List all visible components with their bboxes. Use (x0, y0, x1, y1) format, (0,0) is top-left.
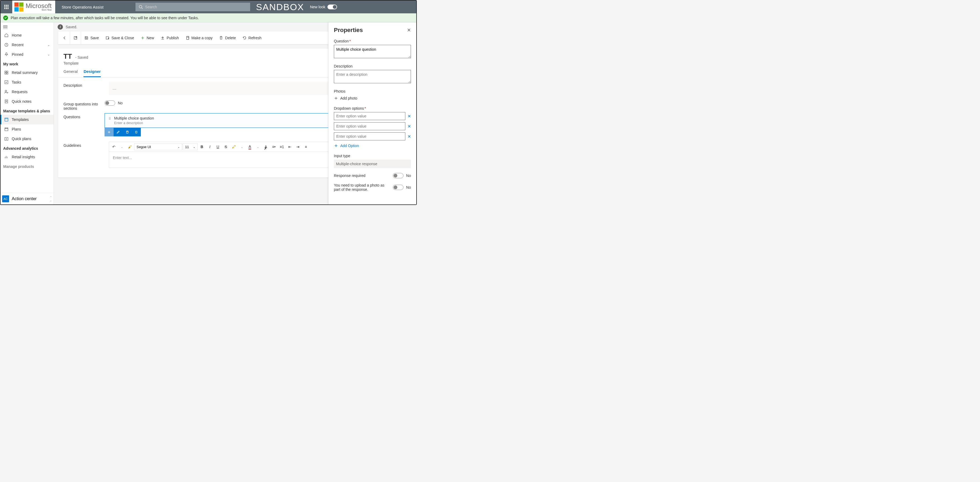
svg-point-0 (139, 5, 142, 8)
sidebar-item-requests[interactable]: Requests (0, 87, 54, 97)
rte-bullets-button[interactable]: ≡• (270, 143, 278, 150)
rte-brush-button[interactable]: 🖌 (126, 143, 134, 150)
drag-handle-icon[interactable]: ⠿ (108, 117, 111, 121)
refresh-button[interactable]: Refresh (239, 32, 265, 44)
sidebar-item-quick-notes[interactable]: Quick notes (0, 97, 54, 106)
toggle-switch-icon (328, 5, 337, 10)
question-add-button[interactable] (105, 128, 114, 136)
save-button[interactable]: Save (81, 32, 102, 44)
rte-strike-button[interactable]: S (222, 143, 230, 150)
option-row: ✕ (334, 112, 411, 120)
copy-icon (125, 130, 129, 134)
sidebar-item-templates[interactable]: Templates (0, 115, 54, 124)
question-input[interactable] (334, 45, 411, 58)
brand-box: Microsoft SOA Test (12, 0, 55, 13)
app-name: Store Operations Assist (62, 5, 103, 10)
sidebar-item-tasks[interactable]: Tasks (0, 77, 54, 87)
rte-outdent-button[interactable]: ⇤ (286, 143, 294, 150)
rte-highlight-button[interactable]: 🖍 (230, 143, 238, 150)
refresh-icon (242, 36, 247, 40)
sidebar-item-plans[interactable]: Plans (0, 124, 54, 134)
option-input[interactable] (334, 132, 405, 140)
guidelines-label: Guidelines (64, 142, 109, 168)
search-input[interactable] (145, 5, 247, 9)
response-required-toggle[interactable]: No (393, 173, 411, 178)
copy-label: Make a copy (191, 36, 213, 40)
option-input[interactable] (334, 112, 405, 120)
sidebar-heading-mywork: My work (0, 59, 54, 68)
notification-text: Plan execution will take a few minutes, … (11, 16, 199, 20)
pin-icon (4, 52, 8, 57)
sidebar-item-home[interactable]: Home (0, 30, 54, 40)
action-center-button[interactable]: AC Action center ⌃⌄ (0, 193, 54, 204)
top-bar: Microsoft SOA Test Store Operations Assi… (0, 0, 416, 13)
sidebar-item-recent[interactable]: Recent ⌄ (0, 40, 54, 49)
option-delete-button[interactable]: ✕ (407, 134, 411, 139)
question-delete-button[interactable] (132, 128, 141, 136)
rte-clear-format-button[interactable]: A✗ (262, 143, 270, 150)
rte-undo-button[interactable]: ↶ (110, 143, 118, 150)
new-look-toggle[interactable]: New look (310, 5, 337, 10)
delete-button[interactable]: Delete (216, 32, 239, 44)
question-title: Multiple choice question (114, 116, 154, 120)
question-copy-button[interactable] (123, 128, 132, 136)
back-button[interactable] (59, 32, 70, 44)
sidebar-collapse-button[interactable] (0, 24, 54, 30)
rte-undo-dropdown[interactable]: ⌄ (118, 143, 126, 150)
plus-icon (140, 36, 145, 40)
description-input[interactable] (334, 70, 411, 83)
properties-close-button[interactable]: ✕ (407, 27, 411, 33)
rte-italic-button[interactable]: I (206, 143, 213, 150)
add-photo-button[interactable]: Add photo (334, 95, 411, 101)
rte-indent-button[interactable]: ⇥ (294, 143, 302, 150)
save-close-icon (105, 36, 110, 40)
search-box[interactable] (135, 3, 250, 11)
new-look-label: New look (310, 5, 325, 9)
questions-label: Questions (64, 113, 109, 136)
sidebar-item-label: Quick plans (12, 137, 31, 141)
photos-label: Photos (334, 89, 411, 93)
rte-align-button[interactable]: ≡ (302, 143, 310, 150)
rte-font-select[interactable]: Segoe UI⌄ (134, 143, 182, 150)
home-icon (4, 33, 8, 37)
toggle-switch-icon (105, 101, 115, 106)
option-input[interactable] (334, 122, 405, 130)
clock-icon (4, 43, 8, 47)
option-delete-button[interactable]: ✕ (407, 124, 411, 129)
saved-status-text: Saved. (65, 25, 77, 29)
rte-highlight-dropdown[interactable]: ⌄ (238, 143, 246, 150)
tab-designer[interactable]: Designer (83, 69, 100, 77)
group-sections-toggle[interactable]: No (105, 101, 123, 106)
rte-underline-button[interactable]: U (214, 143, 221, 150)
upload-photo-toggle[interactable]: No (393, 185, 411, 190)
question-description: Enter a description (114, 121, 154, 125)
svg-rect-11 (5, 118, 8, 121)
question-toolbar (105, 128, 141, 136)
plus-icon (334, 96, 338, 101)
sidebar-item-pinned[interactable]: Pinned ⌄ (0, 49, 54, 59)
open-new-window-button[interactable] (70, 32, 81, 44)
rte-size-select[interactable]: 11⌄ (183, 143, 197, 150)
save-close-button[interactable]: Save & Close (102, 32, 137, 44)
calendar-icon (4, 127, 8, 131)
sidebar-item-retail-insights[interactable]: Retail insights (0, 152, 54, 162)
publish-icon (161, 36, 165, 40)
svg-rect-10 (5, 100, 8, 103)
rte-color-button[interactable]: A (246, 143, 254, 150)
rte-numbering-button[interactable]: ≡1 (278, 143, 286, 150)
rte-bold-button[interactable]: B (198, 143, 205, 150)
description-field-label: Description (334, 64, 411, 68)
option-delete-button[interactable]: ✕ (407, 114, 411, 119)
make-copy-button[interactable]: Make a copy (182, 32, 216, 44)
brand-name: Microsoft (25, 3, 51, 9)
sidebar-item-quick-plans[interactable]: Quick plans (0, 134, 54, 144)
add-option-button[interactable]: Add Option (334, 142, 411, 149)
plus-icon (334, 144, 338, 148)
sidebar-item-retail-summary[interactable]: Retail summary (0, 68, 54, 77)
publish-button[interactable]: Publish (158, 32, 182, 44)
question-edit-button[interactable] (114, 128, 123, 136)
rte-color-dropdown[interactable]: ⌄ (254, 143, 262, 150)
tab-general[interactable]: General (64, 69, 78, 77)
new-button[interactable]: New (137, 32, 158, 44)
app-launcher-button[interactable] (0, 0, 12, 13)
